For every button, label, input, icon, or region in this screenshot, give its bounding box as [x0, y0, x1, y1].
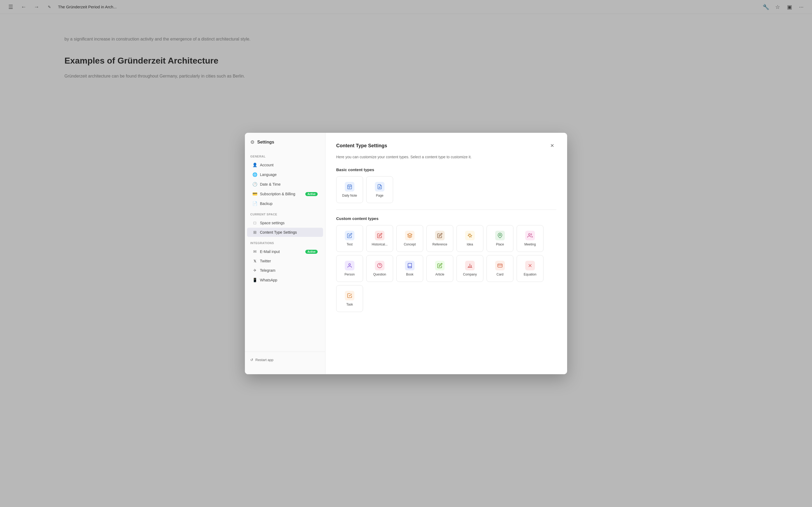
- whatsapp-icon: 📱: [252, 278, 257, 282]
- basic-types-grid: Daily Note Page: [336, 176, 556, 203]
- content-card-meeting[interactable]: Meeting: [517, 225, 544, 252]
- page-label: Page: [376, 194, 384, 198]
- content-card-company[interactable]: Company: [456, 255, 483, 282]
- historical-icon: [375, 231, 385, 240]
- svg-point-17: [528, 234, 530, 235]
- settings-modal: ⚙ Settings General 👤 Account 🌐 Language …: [245, 133, 567, 374]
- content-card-place[interactable]: Place: [487, 225, 513, 252]
- equation-icon: [525, 261, 535, 270]
- content-card-task[interactable]: Task: [336, 285, 363, 312]
- daily-note-label: Daily Note: [342, 194, 357, 198]
- place-icon: [495, 231, 505, 240]
- sidebar-item-label: Content Type Settings: [260, 230, 297, 234]
- person-icon: [345, 261, 354, 270]
- svg-rect-0: [348, 185, 352, 189]
- content-card-reference[interactable]: Reference: [426, 225, 453, 252]
- sidebar-item-backup[interactable]: 📄 Backup: [247, 199, 323, 208]
- sidebar-title: Settings: [257, 140, 274, 145]
- sidebar-item-email[interactable]: ✉ E-Mail input Active: [247, 247, 323, 256]
- concept-icon: [405, 231, 415, 240]
- email-badge: Active: [305, 250, 318, 254]
- custom-types-grid: Test Historical...: [336, 225, 556, 312]
- modal-main: Content Type Settings ✕ Here you can cus…: [325, 133, 567, 374]
- language-icon: 🌐: [252, 172, 257, 177]
- equation-label: Equation: [524, 273, 536, 276]
- book-label: Book: [406, 273, 413, 276]
- sidebar-item-account[interactable]: 👤 Account: [247, 160, 323, 170]
- settings-sidebar: ⚙ Settings General 👤 Account 🌐 Language …: [245, 133, 325, 374]
- account-icon: 👤: [252, 163, 257, 167]
- place-label: Place: [496, 242, 504, 246]
- meeting-label: Meeting: [524, 242, 536, 246]
- restart-button[interactable]: ↺ Restart app: [250, 356, 320, 363]
- test-icon: [345, 231, 354, 240]
- book-icon: [405, 261, 415, 270]
- content-card-historical[interactable]: Historical...: [366, 225, 393, 252]
- task-label: Task: [346, 302, 353, 306]
- content-card-article[interactable]: Article: [426, 255, 453, 282]
- content-card-question[interactable]: Question: [366, 255, 393, 282]
- sidebar-item-space-settings[interactable]: □ Space settings: [247, 218, 323, 227]
- sidebar-item-label: Subscription & Billing: [260, 192, 295, 196]
- reference-label: Reference: [432, 242, 447, 246]
- idea-label: Idea: [467, 242, 473, 246]
- clock-icon: 🕐: [252, 182, 257, 187]
- sidebar-item-content-type[interactable]: ⊞ Content Type Settings: [247, 228, 323, 237]
- section-label-general: General: [245, 151, 325, 160]
- content-type-icon: ⊞: [252, 230, 257, 235]
- company-label: Company: [463, 273, 476, 276]
- subscription-badge: Active: [305, 192, 318, 196]
- telegram-icon: ✈: [252, 268, 257, 273]
- svg-point-18: [349, 264, 351, 266]
- email-icon: ✉: [252, 249, 257, 254]
- modal-title: Content Type Settings: [336, 143, 387, 149]
- content-card-book[interactable]: Book: [396, 255, 423, 282]
- modal-description: Here you can customize your content type…: [336, 154, 556, 160]
- restart-icon: ↺: [250, 358, 253, 362]
- meeting-icon: [525, 231, 535, 240]
- close-button[interactable]: ✕: [548, 142, 556, 150]
- sidebar-item-whatsapp[interactable]: 📱 WhatsApp: [247, 276, 323, 285]
- svg-point-10: [469, 234, 471, 237]
- test-label: Test: [347, 242, 353, 246]
- section-divider: [336, 210, 556, 210]
- sidebar-item-datetime[interactable]: 🕐 Date & Time: [247, 180, 323, 189]
- sidebar-item-label: Account: [260, 163, 273, 167]
- settings-gear-icon: ⚙: [250, 139, 255, 145]
- sidebar-item-label: Telegram: [260, 268, 275, 273]
- question-icon: [375, 261, 385, 270]
- content-card-page[interactable]: Page: [366, 176, 393, 203]
- svg-line-13: [471, 237, 471, 237]
- modal-overlay: ⚙ Settings General 👤 Account 🌐 Language …: [0, 0, 812, 507]
- twitter-icon: 𝕏: [252, 259, 257, 263]
- card-icon: [495, 261, 505, 270]
- content-card-equation[interactable]: Equation: [517, 255, 544, 282]
- company-icon: [465, 261, 475, 270]
- modal-header: Content Type Settings ✕: [336, 142, 556, 150]
- section-label-integrations: Integrations: [245, 237, 325, 247]
- billing-icon: 💳: [252, 191, 257, 196]
- space-icon: □: [252, 221, 257, 225]
- content-card-person[interactable]: Person: [336, 255, 363, 282]
- content-card-daily-note[interactable]: Daily Note: [336, 176, 363, 203]
- card-label: Card: [497, 273, 503, 276]
- person-label: Person: [345, 273, 355, 276]
- content-card-concept[interactable]: Concept: [396, 225, 423, 252]
- content-card-card[interactable]: Card: [487, 255, 513, 282]
- task-icon: [345, 291, 354, 300]
- idea-icon: [465, 231, 475, 240]
- sidebar-item-label: WhatsApp: [260, 278, 277, 282]
- daily-note-icon: [345, 182, 354, 191]
- custom-types-title: Custom content types: [336, 216, 556, 221]
- sidebar-item-language[interactable]: 🌐 Language: [247, 170, 323, 179]
- content-card-idea[interactable]: Idea: [456, 225, 483, 252]
- content-card-test[interactable]: Test: [336, 225, 363, 252]
- sidebar-item-subscription[interactable]: 💳 Subscription & Billing Active: [247, 189, 323, 199]
- sidebar-item-label: E-Mail input: [260, 249, 280, 254]
- sidebar-footer: ↺ Restart app: [245, 352, 325, 368]
- section-label-current-space: Current space: [245, 209, 325, 218]
- svg-line-12: [468, 234, 469, 234]
- sidebar-item-twitter[interactable]: 𝕏 Twitter: [247, 257, 323, 265]
- sidebar-item-telegram[interactable]: ✈ Telegram: [247, 266, 323, 275]
- sidebar-item-label: Date & Time: [260, 182, 281, 186]
